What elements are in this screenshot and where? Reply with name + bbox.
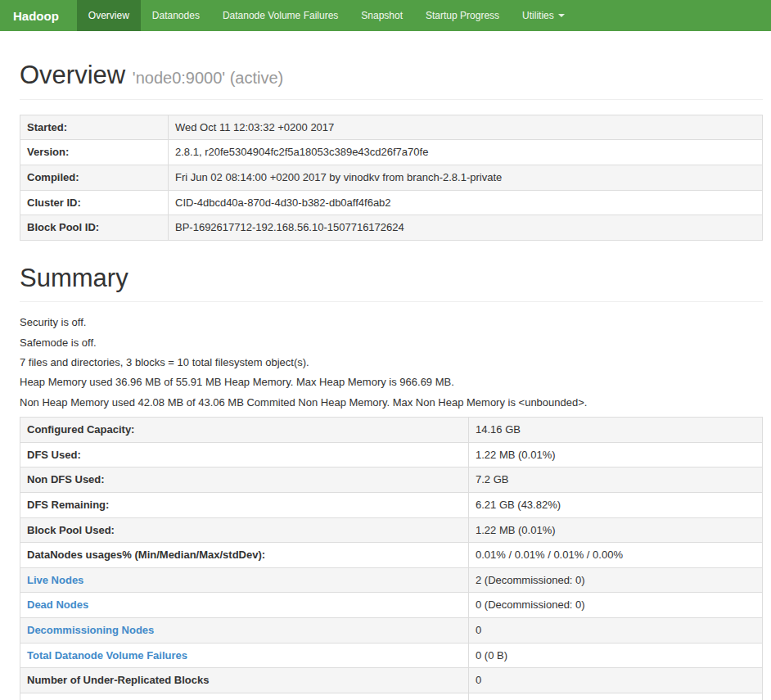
table-row: Number of Blocks Pending Deletion 0 (20, 693, 763, 700)
hadoop-brand[interactable]: Hadoop (0, 0, 77, 31)
row-label: Non DFS Used: (20, 467, 469, 493)
row-label: Block Pool Used: (20, 517, 469, 543)
summary-table-body: Configured Capacity: 14.16 GB DFS Used: … (20, 417, 763, 700)
filesystem-objects-text: 7 files and directories, 3 blocks = 10 t… (20, 357, 763, 368)
nav-snapshot[interactable]: Snapshot (349, 0, 414, 31)
row-label: Block Pool ID: (20, 215, 169, 241)
row-label: Number of Blocks Pending Deletion (20, 693, 469, 700)
table-row: Total Datanode Volume Failures 0 (0 B) (20, 643, 763, 668)
page-subtitle: 'node0:9000' (active) (133, 69, 283, 87)
summary-title: Summary (20, 264, 763, 293)
table-row: Configured Capacity: 14.16 GB (20, 417, 763, 442)
live-nodes-link[interactable]: Live Nodes (27, 574, 83, 586)
row-label: Decommissioning Nodes (20, 618, 469, 644)
row-value: 2 (Decommissioned: 0) (469, 567, 763, 593)
table-row: Decommissioning Nodes 0 (20, 618, 763, 644)
nav-datanode-volume-failures[interactable]: Datanode Volume Failures (211, 0, 349, 31)
row-value: 6.21 GB (43.82%) (469, 492, 763, 517)
table-row: Started: Wed Oct 11 12:03:32 +0200 2017 (20, 115, 763, 140)
cluster-info-table: Started: Wed Oct 11 12:03:32 +0200 2017 … (20, 115, 763, 241)
table-row: DFS Remaining: 6.21 GB (43.82%) (20, 492, 763, 517)
row-value: 0 (0 B) (469, 643, 763, 668)
nav-overview[interactable]: Overview (77, 0, 141, 31)
main-content: Overview 'node0:9000' (active) Started: … (0, 31, 771, 700)
row-label: Compiled: (20, 165, 169, 190)
row-value: Wed Oct 11 12:03:32 +0200 2017 (169, 115, 763, 140)
table-row: Block Pool Used: 1.22 MB (0.01%) (20, 517, 763, 543)
nav-startup-progress[interactable]: Startup Progress (414, 0, 511, 31)
row-label: Started: (20, 115, 169, 140)
row-value: 0 (469, 618, 763, 644)
row-label: DFS Used: (20, 442, 469, 467)
row-label: Dead Nodes (20, 593, 469, 618)
row-value: 0 (469, 668, 763, 693)
heap-memory-text: Heap Memory used 36.96 MB of 55.91 MB He… (20, 377, 763, 388)
row-value: CID-4dbcd40a-870d-4d30-b382-db0aff4f6ab2 (169, 190, 763, 215)
security-status-text: Security is off. (20, 317, 763, 328)
page-title-text: Overview (20, 61, 125, 89)
table-row: Version: 2.8.1, r20fe5304904fc2f5a18053c… (20, 140, 763, 165)
row-label: DataNodes usages% (Min/Median/Max/stdDev… (20, 543, 469, 568)
table-row: Block Pool ID: BP-1692617712-192.168.56.… (20, 215, 763, 241)
row-value: 2.8.1, r20fe5304904fc2f5a18053c389e43cd2… (169, 140, 763, 165)
table-row: Non DFS Used: 7.2 GB (20, 467, 763, 493)
table-row: Live Nodes 2 (Decommissioned: 0) (20, 567, 763, 593)
row-value: 1.22 MB (0.01%) (469, 517, 763, 543)
summary-table: Configured Capacity: 14.16 GB DFS Used: … (20, 417, 763, 700)
row-value: BP-1692617712-192.168.56.10-150771617262… (169, 215, 763, 241)
row-label: Live Nodes (20, 567, 469, 593)
total-datanode-volume-failures-link[interactable]: Total Datanode Volume Failures (27, 649, 187, 662)
safemode-status-text: Safemode is off. (20, 337, 763, 349)
row-value: 0 (Decommissioned: 0) (469, 593, 763, 618)
table-row: Number of Under-Replicated Blocks 0 (20, 668, 763, 693)
row-label: DFS Remaining: (20, 492, 469, 517)
table-row: DFS Used: 1.22 MB (0.01%) (20, 442, 763, 467)
decommissioning-nodes-link[interactable]: Decommissioning Nodes (27, 624, 154, 636)
row-value: 14.16 GB (469, 417, 763, 442)
row-label: Configured Capacity: (20, 417, 469, 442)
row-value: 0.01% / 0.01% / 0.01% / 0.00% (469, 543, 763, 568)
nav-utilities-label: Utilities (522, 10, 554, 21)
summary-header: Summary (20, 264, 763, 303)
row-value: 7.2 GB (469, 467, 763, 493)
row-label: Cluster ID: (20, 190, 169, 215)
row-value: 1.22 MB (0.01%) (469, 442, 763, 467)
nav-utilities[interactable]: Utilities (511, 0, 576, 31)
row-label: Number of Under-Replicated Blocks (20, 668, 469, 693)
table-row: Cluster ID: CID-4dbcd40a-870d-4d30-b382-… (20, 190, 763, 215)
cluster-info-table-body: Started: Wed Oct 11 12:03:32 +0200 2017 … (20, 115, 763, 240)
row-label: Version: (20, 140, 169, 165)
top-navbar: Hadoop Overview Datanodes Datanode Volum… (0, 0, 771, 31)
summary-paragraphs: Security is off. Safemode is off. 7 file… (20, 317, 763, 408)
page-title: Overview 'node0:9000' (active) (20, 61, 763, 90)
table-row: Dead Nodes 0 (Decommissioned: 0) (20, 593, 763, 618)
overview-header: Overview 'node0:9000' (active) (20, 61, 763, 100)
row-value: 0 (469, 693, 763, 700)
dead-nodes-link[interactable]: Dead Nodes (27, 598, 88, 611)
table-row: Compiled: Fri Jun 02 08:14:00 +0200 2017… (20, 165, 763, 190)
nav-datanodes[interactable]: Datanodes (141, 0, 211, 31)
chevron-down-icon (558, 14, 565, 17)
row-label: Total Datanode Volume Failures (20, 643, 469, 668)
non-heap-memory-text: Non Heap Memory used 42.08 MB of 43.06 M… (20, 397, 763, 409)
row-value: Fri Jun 02 08:14:00 +0200 2017 by vinodk… (169, 165, 763, 190)
table-row: DataNodes usages% (Min/Median/Max/stdDev… (20, 543, 763, 568)
